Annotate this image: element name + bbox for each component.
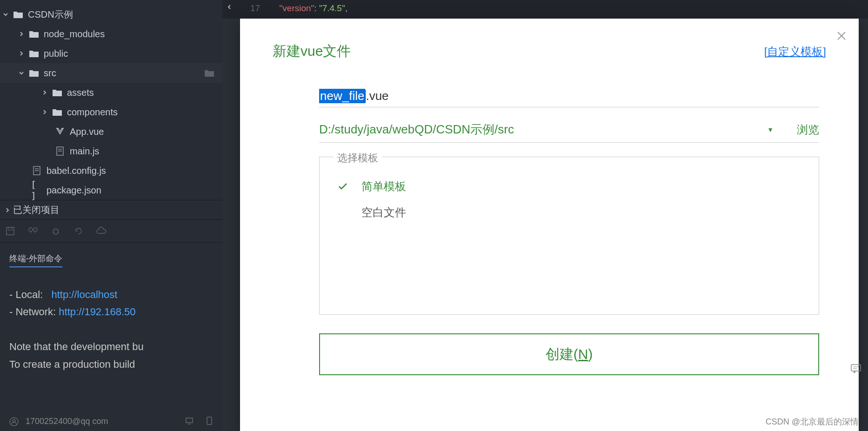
template-option-blank[interactable]: 空白文件 [329, 199, 809, 225]
file-tree: CSDN示例 node_modules public [0, 0, 222, 200]
svg-rect-6 [7, 227, 14, 235]
terminal-line [9, 321, 213, 338]
tree-item-components[interactable]: components [0, 102, 222, 122]
chevron-right-icon [5, 207, 10, 213]
tree-root-label: CSDN示例 [28, 8, 73, 21]
new-file-dialog: 新建vue文件 [自定义模板] new_file.vue D:/study/ja… [240, 19, 859, 431]
network-url-link[interactable]: http://192.168.50 [59, 306, 135, 318]
status-text: 1700252400@qq com [26, 417, 108, 426]
tree-item-assets[interactable]: assets [0, 83, 222, 102]
terminal-line: - Network: http://192.168.50 [9, 303, 213, 320]
dialog-header: 新建vue文件 [自定义模板] [273, 42, 826, 61]
json-file-icon: [ ] [31, 179, 43, 201]
chevron-right-icon [19, 31, 28, 37]
comment-icon[interactable] [850, 363, 864, 377]
tree-item-label: package.json [47, 185, 101, 196]
status-bar: 1700252400@qq com [9, 417, 108, 426]
tree-item-package-json[interactable]: [ ] package.json [0, 180, 222, 200]
tree-item-node-modules[interactable]: node_modules [0, 24, 222, 44]
terminal-tab[interactable]: 终端-外部命令 [9, 253, 62, 267]
folder-icon [28, 30, 40, 38]
bug-icon[interactable] [50, 225, 61, 237]
svg-point-9 [33, 228, 37, 232]
folder-icon [28, 50, 40, 57]
collapse-panel-icon[interactable] [222, 0, 236, 14]
custom-template-link[interactable]: [自定义模板] [764, 44, 826, 59]
tree-item-label: src [44, 68, 56, 79]
tree-item-label: babel.config.js [47, 166, 106, 176]
cloud-icon[interactable] [96, 225, 107, 237]
watermark: CSDN @北京最后的深情 [766, 416, 859, 427]
tree-item-label: components [67, 107, 118, 118]
chevron-right-icon [42, 90, 51, 95]
phone-icon[interactable] [206, 416, 213, 425]
dialog-body: new_file.vue D:/study/java/webQD/CSDN示例/… [273, 89, 826, 375]
sidebar-toolbar [0, 219, 222, 243]
editor-background: 17 "version": "7.4.5", [222, 0, 868, 19]
folder-icon [28, 69, 40, 77]
path-row: D:/study/java/webQD/CSDN示例/src ▼ 浏览 [319, 121, 819, 143]
terminal-line: To create a production build [9, 356, 213, 373]
file-explorer-sidebar: CSDN示例 node_modules public [0, 0, 222, 431]
dialog-title: 新建vue文件 [273, 42, 351, 61]
path-dropdown-icon[interactable]: ▼ [767, 126, 774, 133]
chevron-right-icon [42, 109, 51, 115]
folder-action-icon[interactable] [205, 69, 214, 77]
folder-icon [51, 89, 63, 96]
line-number: 17 [250, 3, 260, 13]
tree-item-public[interactable]: public [0, 44, 222, 63]
svg-rect-19 [186, 418, 193, 423]
filename-input[interactable]: new_file.vue [319, 89, 819, 107]
terminal-line: Note that the development bu [9, 338, 213, 355]
template-fieldset: 选择模板 简单模板 空白文件 [319, 157, 819, 315]
tree-item-label: public [44, 48, 68, 59]
tree-item-src[interactable]: src [0, 63, 222, 83]
browse-button[interactable]: 浏览 [797, 122, 819, 137]
user-icon [9, 417, 19, 426]
js-file-icon [54, 146, 66, 156]
refresh-icon[interactable] [73, 225, 84, 237]
device-icon[interactable] [185, 416, 194, 425]
terminal-line: - Local: http://localhost [9, 286, 213, 303]
tree-item-babel-config[interactable]: babel.config.js [0, 161, 222, 180]
chevron-right-icon [19, 51, 28, 56]
js-file-icon [31, 166, 43, 175]
svg-rect-7 [8, 227, 12, 230]
tree-item-label: assets [67, 87, 94, 98]
folder-icon [51, 108, 63, 116]
tree-item-app-vue[interactable]: App.vue [0, 122, 222, 141]
vue-file-icon [54, 127, 66, 136]
save-icon[interactable] [5, 225, 16, 237]
filename-selected-text: new_file [319, 89, 365, 103]
status-bar-actions [185, 416, 213, 425]
template-option-label: 空白文件 [361, 205, 406, 220]
svg-point-8 [29, 228, 33, 232]
chevron-down-icon [3, 12, 12, 17]
svg-rect-21 [207, 417, 212, 424]
template-legend: 选择模板 [334, 151, 382, 165]
tree-item-label: main.js [70, 146, 99, 157]
chevron-down-icon [19, 70, 28, 76]
folder-icon [12, 11, 24, 18]
template-option-label: 简单模板 [361, 179, 406, 194]
closed-projects-section[interactable]: 已关闭项目 [0, 200, 222, 219]
svg-point-18 [13, 419, 15, 422]
close-button[interactable] [836, 30, 847, 41]
tree-item-label: node_modules [44, 29, 105, 40]
local-url-link[interactable]: http://localhost [51, 289, 117, 300]
svg-point-12 [53, 229, 58, 234]
create-button[interactable]: 创建(N) [319, 333, 819, 375]
tree-item-label: App.vue [70, 126, 104, 137]
terminal-panel: 终端-外部命令 - Local: http://localhost - Netw… [0, 243, 222, 382]
template-option-simple[interactable]: 简单模板 [329, 173, 809, 199]
search-icon[interactable] [27, 225, 39, 237]
path-input[interactable]: D:/study/java/webQD/CSDN示例/src [319, 121, 514, 138]
closed-projects-label: 已关闭项目 [13, 204, 60, 216]
check-icon [338, 183, 361, 190]
filename-extension: .vue [366, 89, 388, 103]
svg-rect-24 [851, 365, 861, 371]
tree-root[interactable]: CSDN示例 [0, 5, 222, 24]
tree-item-main-js[interactable]: main.js [0, 141, 222, 161]
